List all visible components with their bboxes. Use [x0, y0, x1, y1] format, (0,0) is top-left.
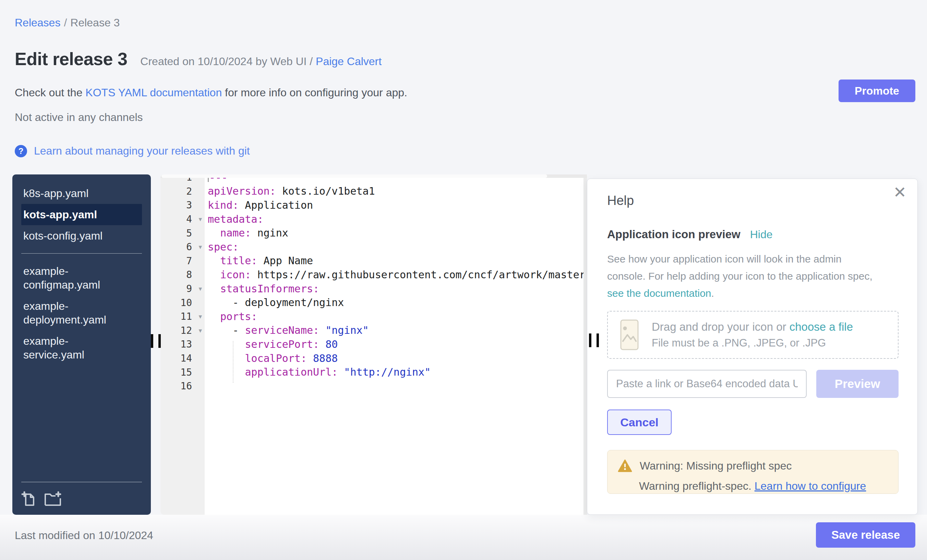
line-number: 6	[186, 241, 192, 253]
help-panel: ✕ Help Application icon preview Hide See…	[587, 179, 918, 515]
sidebar-item-example-deployment.yaml[interactable]: example-deployment.yaml	[21, 296, 142, 330]
code-line: 3kind: Application	[160, 198, 584, 212]
preview-button[interactable]: Preview	[816, 370, 898, 398]
indent-guide	[233, 341, 234, 383]
code-line: 7 title: App Name	[160, 254, 584, 268]
code-line: 9▾ statusInformers:	[160, 282, 584, 296]
fold-arrow-icon[interactable]: ▾	[199, 326, 202, 334]
code-line: 14 localPort: 8888	[160, 351, 584, 365]
line-number: 2	[186, 185, 192, 197]
doc-line: Check out the KOTS YAML documentation fo…	[15, 87, 407, 99]
description-period: .	[711, 288, 714, 299]
line-number: 11	[180, 311, 192, 322]
fold-arrow-icon[interactable]: ▾	[199, 313, 202, 320]
code-line: 8 icon: https://raw.githubusercontent.co…	[160, 268, 584, 282]
sidebar-divider	[21, 253, 142, 253]
line-number: 13	[180, 338, 192, 350]
line-number: 5	[186, 227, 192, 238]
file-tree-sidebar: k8s-app.yamlkots-app.yamlkots-config.yam…	[12, 175, 151, 515]
file-name-label: kots-config.yaml	[23, 229, 102, 243]
page-title: Edit release 3	[15, 49, 127, 69]
warning-triangle-icon	[618, 459, 632, 472]
file-name-label: kots-app.yaml	[23, 208, 97, 222]
add-file-icon	[21, 491, 36, 507]
fold-arrow-icon[interactable]: ▾	[199, 215, 202, 223]
image-placeholder-icon	[620, 319, 639, 351]
file-name-label: example-configmap.yaml	[23, 264, 126, 291]
last-modified-text: Last modified on 10/10/2024	[15, 529, 153, 542]
breadcrumb-current: Release 3	[70, 17, 120, 29]
help-panel-resize-handle[interactable]	[589, 334, 599, 347]
git-help-row[interactable]: ? Learn about managing your releases wit…	[15, 145, 250, 157]
code-line: 2apiVersion: kots.io/v1beta1	[160, 184, 584, 199]
sidebar-resize-handle[interactable]	[151, 334, 161, 348]
dropzone-text: Drag and drop your icon or choose a file…	[652, 320, 853, 349]
code-line: 5 name: nginx	[160, 226, 584, 240]
description-text: See how your application icon will look …	[607, 253, 872, 282]
add-folder-icon	[44, 491, 62, 507]
learn-how-to-configure-link[interactable]: Learn how to configure	[755, 480, 866, 492]
line-number: 4	[186, 214, 192, 225]
git-help-link[interactable]: Learn about managing your releases with …	[34, 145, 250, 157]
preflight-warning-box: Warning: Missing preflight spec Warning …	[607, 450, 898, 494]
sidebar-item-kots-config.yaml[interactable]: kots-config.yaml	[21, 225, 142, 246]
sidebar-item-kots-app.yaml[interactable]: kots-app.yaml	[21, 204, 142, 225]
hide-link[interactable]: Hide	[750, 228, 773, 241]
icon-url-row: Preview	[607, 370, 898, 398]
editor-vertical-scrollbar[interactable]	[584, 178, 587, 515]
code-line: 13 servicePort: 80	[160, 337, 584, 351]
doc-prefix: Check out the	[15, 87, 85, 99]
file-requirements: File must be a .PNG, .JPEG, or .JPG	[652, 337, 853, 349]
help-panel-title: Help	[607, 193, 898, 208]
line-number: 9	[186, 283, 192, 294]
sidebar-item-example-configmap.yaml[interactable]: example-configmap.yaml	[21, 261, 142, 296]
code-line: 11▾ ports:	[160, 310, 584, 323]
promote-button[interactable]: Promote	[839, 79, 915, 102]
breadcrumb: Releases/Release 3	[15, 17, 120, 29]
edit-release-page: Releases/Release 3 Edit release 3 Create…	[0, 0, 927, 560]
author-link[interactable]: Paige Calvert	[316, 55, 381, 68]
kots-yaml-doc-link[interactable]: KOTS YAML documentation	[85, 87, 222, 99]
icon-preview-description: See how your application icon will look …	[607, 250, 875, 302]
breadcrumb-releases-link[interactable]: Releases	[15, 17, 60, 29]
see-documentation-link[interactable]: see the documentation	[607, 288, 711, 299]
horizontal-scroll-thumb[interactable]	[161, 175, 547, 178]
line-number: 14	[180, 353, 192, 364]
editor-horizontal-scrollbar[interactable]	[160, 175, 587, 178]
icon-preview-title: Application icon preview	[607, 228, 740, 241]
save-release-button[interactable]: Save release	[816, 522, 915, 548]
sidebar-item-k8s-app.yaml[interactable]: k8s-app.yaml	[21, 183, 142, 204]
code-lines: 1---2apiVersion: kots.io/v1beta13kind: A…	[160, 175, 584, 393]
add-file-button[interactable]	[21, 491, 36, 507]
code-line: 10 - deployment/nginx	[160, 296, 584, 310]
code-line: 4▾metadata:	[160, 212, 584, 226]
bottom-bar: Last modified on 10/10/2024 Save release	[0, 515, 927, 560]
icon-dropzone[interactable]: Drag and drop your icon or choose a file…	[607, 311, 898, 359]
code-line: 16	[160, 379, 584, 393]
line-number: 12	[180, 325, 192, 336]
add-folder-button[interactable]	[44, 491, 62, 507]
title-row: Edit release 3 Created on 10/10/2024 by …	[15, 49, 381, 69]
icon-preview-section-header: Application icon preview Hide	[607, 228, 898, 241]
fold-arrow-icon[interactable]: ▾	[199, 243, 202, 251]
line-number: 7	[186, 255, 192, 266]
close-icon[interactable]: ✕	[893, 184, 906, 200]
doc-suffix: for more info on configuring your app.	[222, 87, 407, 99]
icon-url-input[interactable]	[607, 370, 807, 398]
created-meta: Created on 10/10/2024 by Web UI / Paige …	[140, 55, 381, 68]
line-number: 16	[180, 380, 192, 392]
created-text: Created on 10/10/2024 by Web UI /	[140, 55, 316, 68]
file-name-label: k8s-app.yaml	[23, 187, 88, 200]
yaml-code-editor[interactable]: 1---2apiVersion: kots.io/v1beta13kind: A…	[160, 175, 587, 515]
breadcrumb-separator: /	[64, 17, 67, 29]
line-number: 10	[180, 297, 192, 308]
question-circle-icon: ?	[15, 145, 27, 157]
file-name-label: example-deployment.yaml	[23, 299, 126, 326]
fold-arrow-icon[interactable]: ▾	[199, 285, 202, 293]
sidebar-item-example-service.yaml[interactable]: example-service.yaml	[21, 330, 142, 365]
line-number: 15	[180, 366, 192, 378]
choose-file-link[interactable]: choose a file	[790, 320, 853, 333]
warning-detail: Warning preflight-spec. Learn how to con…	[618, 480, 888, 492]
warning-detail-text: Warning preflight-spec.	[639, 480, 755, 492]
cancel-button[interactable]: Cancel	[607, 410, 672, 435]
